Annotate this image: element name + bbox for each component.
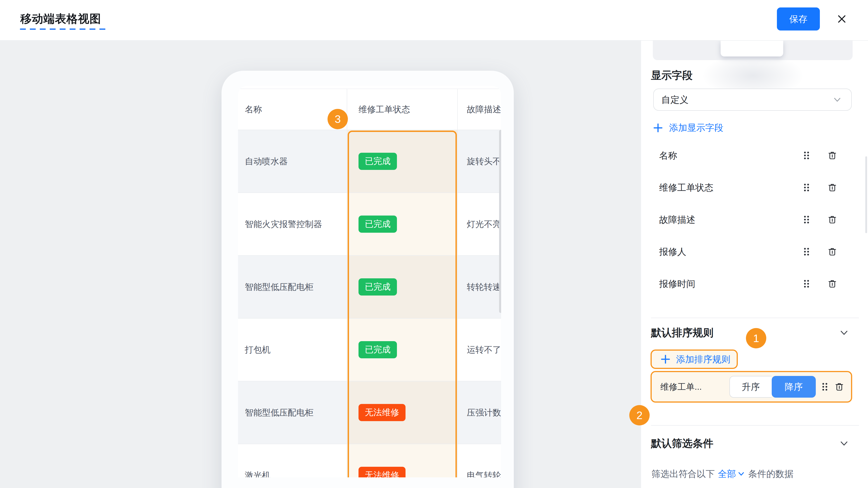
trash-icon[interactable] xyxy=(827,215,837,225)
divider xyxy=(651,425,859,426)
chevron-down-icon[interactable] xyxy=(839,439,849,449)
sort-rule-row: 维修工单... 升序 降序 xyxy=(651,371,852,402)
table-row: 智能型低压配电柜 已完成 转轮转速 xyxy=(238,256,501,319)
table-scrollbar[interactable] xyxy=(499,130,501,313)
drag-handle-icon[interactable] xyxy=(820,382,830,392)
chevron-down-icon[interactable] xyxy=(839,328,849,338)
close-icon[interactable] xyxy=(836,13,848,25)
cell-name: 智能火灾报警控制器 xyxy=(238,193,347,255)
table-row: 打包机 已完成 运转不了 xyxy=(238,319,501,381)
column-header-fault: 故障描述 xyxy=(458,89,501,130)
annotation-badge-3: 3 xyxy=(328,109,348,129)
drag-handle-icon[interactable] xyxy=(802,151,811,160)
plus-icon xyxy=(660,354,671,364)
status-badge: 已完成 xyxy=(359,341,397,358)
add-display-field-button[interactable]: 添加显示字段 xyxy=(653,122,723,134)
field-row-reporter: 报修人 xyxy=(641,236,868,268)
cell-status: 无法维修 xyxy=(347,381,458,444)
cell-fault: 电气转轮 xyxy=(458,444,501,477)
add-sort-rule-button[interactable]: 添加排序规则 xyxy=(651,350,738,369)
cell-name: 自动喷水器 xyxy=(238,130,347,193)
partial-segmented-control[interactable] xyxy=(653,41,852,60)
cell-fault: 旋转头不 xyxy=(458,130,501,193)
cell-status: 已完成 xyxy=(347,256,458,318)
cell-fault: 转轮转速 xyxy=(458,256,501,318)
title-editable-underline xyxy=(20,29,106,30)
status-badge: 已完成 xyxy=(359,278,397,295)
sort-descending-option-selected[interactable]: 降序 xyxy=(772,376,816,398)
segmented-selected-thumb xyxy=(721,41,783,57)
sort-direction-segmented: 升序 降序 xyxy=(730,376,816,398)
chevron-down-icon xyxy=(832,95,842,105)
cell-name: 打包机 xyxy=(238,319,347,381)
page-title[interactable]: 移动端表格视图 xyxy=(20,11,101,26)
cell-status: 已完成 xyxy=(347,130,458,193)
annotation-badge-1: 1 xyxy=(746,328,766,348)
drag-handle-icon[interactable] xyxy=(802,183,811,193)
field-row-status: 维修工单状态 xyxy=(641,171,868,203)
cell-status: 无法维修 xyxy=(347,444,458,477)
filter-sentence-suffix: 条件的数据 xyxy=(748,466,794,481)
default-sort-heading: 默认排序规则 xyxy=(651,326,713,339)
preview-canvas: 名称 维修工单状态 故障描述 自动喷水器 已完成 旋转头不 智能火灾报警控制器 … xyxy=(0,41,641,488)
status-badge: 无法维修 xyxy=(359,467,405,477)
cell-name: 激光机 xyxy=(238,444,347,477)
trash-icon[interactable] xyxy=(827,279,837,289)
field-label: 故障描述 xyxy=(659,214,695,226)
mobile-table-view-config-window: 移动端表格视图 保存 名称 维修工单状态 故障描述 自动喷水器 已完成 旋转 xyxy=(0,0,868,488)
panel-scrollbar[interactable] xyxy=(865,156,867,233)
drag-handle-icon[interactable] xyxy=(802,247,811,257)
field-label: 维修工单状态 xyxy=(659,182,713,194)
display-mode-select[interactable]: 自定义 xyxy=(653,89,852,111)
cell-fault: 运转不了 xyxy=(458,319,501,381)
chevron-down-icon xyxy=(737,470,745,478)
phone-screen: 名称 维修工单状态 故障描述 自动喷水器 已完成 旋转头不 智能火灾报警控制器 … xyxy=(238,86,501,477)
field-label: 报修时间 xyxy=(659,278,695,290)
table-row: 智能火灾报警控制器 已完成 灯光不亮 xyxy=(238,193,501,256)
plus-icon xyxy=(653,123,663,133)
table-row: 智能型低压配电柜 无法维修 压强计数 xyxy=(238,381,501,444)
display-mode-value: 自定义 xyxy=(661,94,688,106)
status-badge: 无法维修 xyxy=(359,404,405,421)
cell-fault: 灯光不亮 xyxy=(458,193,501,255)
sort-field-select[interactable]: 维修工单... xyxy=(660,381,702,393)
settings-panel: 显示字段 自定义 添加显示字段 名称 维修工单状态 故障描述 xyxy=(641,41,868,488)
drag-handle-icon[interactable] xyxy=(802,215,811,225)
default-filter-heading: 默认筛选条件 xyxy=(651,436,713,450)
field-row-report-time: 报修时间 xyxy=(641,268,868,300)
field-label: 报修人 xyxy=(659,246,686,258)
field-label: 名称 xyxy=(659,149,677,162)
cell-name: 智能型低压配电柜 xyxy=(238,381,347,444)
display-fields-heading: 显示字段 xyxy=(651,68,692,83)
trash-icon[interactable] xyxy=(827,247,837,257)
sort-ascending-option[interactable]: 升序 xyxy=(730,376,772,398)
table-row: 激光机 无法维修 电气转轮 xyxy=(238,444,501,477)
divider xyxy=(651,318,859,318)
table-row: 自动喷水器 已完成 旋转头不 xyxy=(238,130,501,193)
window-header: 移动端表格视图 保存 xyxy=(0,0,868,41)
trash-icon[interactable] xyxy=(827,183,837,193)
save-button[interactable]: 保存 xyxy=(777,7,820,31)
field-row-name: 名称 xyxy=(641,139,868,171)
trash-icon[interactable] xyxy=(827,151,837,160)
status-badge: 已完成 xyxy=(359,216,397,233)
add-sort-rule-label: 添加排序规则 xyxy=(676,353,730,365)
field-row-fault: 故障描述 xyxy=(641,203,868,236)
add-display-field-label: 添加显示字段 xyxy=(669,122,723,134)
phone-mockup: 名称 维修工单状态 故障描述 自动喷水器 已完成 旋转头不 智能火灾报警控制器 … xyxy=(221,71,514,488)
annotation-badge-2: 2 xyxy=(629,405,650,425)
preview-table: 名称 维修工单状态 故障描述 自动喷水器 已完成 旋转头不 智能火灾报警控制器 … xyxy=(238,89,501,477)
table-header-row: 名称 维修工单状态 故障描述 xyxy=(238,89,501,130)
drag-handle-icon[interactable] xyxy=(802,279,811,289)
cell-name: 智能型低压配电柜 xyxy=(238,256,347,318)
filter-sentence-prefix: 筛选出符合以下 xyxy=(651,466,715,481)
filter-sentence: 筛选出符合以下 全部 条件的数据 xyxy=(651,466,794,481)
cell-fault: 压强计数 xyxy=(458,381,501,444)
filter-match-select[interactable]: 全部 xyxy=(718,466,745,481)
status-badge: 已完成 xyxy=(359,153,397,170)
cell-status: 已完成 xyxy=(347,319,458,381)
cell-status: 已完成 xyxy=(347,193,458,255)
trash-icon[interactable] xyxy=(834,382,844,392)
column-header-status: 维修工单状态 xyxy=(347,89,458,130)
filter-match-value: 全部 xyxy=(718,466,736,481)
